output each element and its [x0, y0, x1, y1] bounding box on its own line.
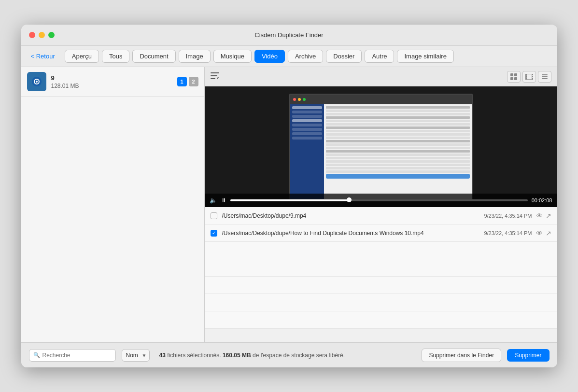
video-frame [289, 94, 473, 200]
toolbar: < Retour Aperçu Tous Document Image Musi… [21, 46, 557, 67]
file-date-1: 9/23/22, 4:35:14 PM [484, 213, 532, 219]
video-screen-body [290, 104, 472, 199]
reveal-icon-1[interactable]: ↗ [546, 212, 551, 220]
tab-document[interactable]: Document [132, 50, 175, 63]
volume-button[interactable]: 🔈 [210, 197, 217, 204]
table-row-empty-5 [205, 311, 557, 329]
svg-rect-17 [532, 77, 533, 78]
status-text: 43 fichiers sélectionnés. 160.05 MB de l… [159, 352, 416, 359]
badge-2: 2 [189, 77, 198, 86]
video-preview-area: 🔈 ⏸ 00:02:08 [205, 86, 557, 207]
vs-main [324, 104, 472, 199]
file-path-1: /Users/mac/Desktop/dupe/9.mp4 [222, 212, 479, 219]
svg-rect-9 [510, 77, 513, 80]
tab-archive[interactable]: Archive [288, 50, 323, 63]
titlebar: Cisdem Duplicate Finder [21, 25, 557, 46]
table-row-empty-1 [205, 242, 557, 259]
tab-video[interactable]: Vidéo [254, 50, 285, 63]
delete-button[interactable]: Supprimer [507, 349, 549, 362]
left-panel: 9 128.01 MB 1 2 [21, 67, 205, 342]
bottom-bar: 🔍 Nom ▼ 43 fichiers sélectionnés. 160.05… [21, 342, 557, 367]
traffic-lights [29, 32, 55, 38]
svg-point-2 [36, 81, 38, 83]
table-row-empty-3 [205, 277, 557, 294]
search-input[interactable] [42, 352, 112, 359]
svg-rect-5 [211, 78, 215, 79]
svg-rect-8 [514, 73, 517, 76]
search-box: 🔍 [29, 349, 116, 362]
tab-apercu[interactable]: Aperçu [65, 50, 99, 63]
fullscreen-button[interactable] [48, 32, 55, 38]
tab-tous[interactable]: Tous [102, 50, 129, 63]
delete-finder-button[interactable]: Supprimer dans le Finder [422, 349, 501, 362]
list-view-button[interactable] [538, 71, 551, 83]
storage-size: 160.05 MB [223, 352, 251, 359]
progress-bar[interactable] [230, 199, 528, 201]
vs-dot-yellow [298, 98, 301, 101]
file-actions-1: 👁 ↗ [536, 212, 551, 220]
file-info: 9 128.01 MB [51, 74, 172, 89]
svg-rect-4 [211, 75, 217, 76]
vs-dot-green [303, 98, 306, 101]
table-row[interactable]: ✓ /Users/mac/Desktop/dupe/How to Find Du… [205, 224, 557, 242]
status-text-part1: fichiers sélectionnés. [167, 352, 221, 359]
grid-view-button[interactable] [507, 71, 521, 83]
svg-rect-10 [514, 77, 517, 80]
tab-image[interactable]: Image [179, 50, 211, 63]
time-display: 00:02:08 [532, 197, 552, 203]
file-date-2: 9/23/22, 4:35:14 PM [484, 230, 532, 236]
table-row-empty-2 [205, 259, 557, 277]
preview-icon-1[interactable]: 👁 [536, 212, 543, 220]
file-type-icon [27, 72, 46, 91]
main-content: 9 128.01 MB 1 2 [21, 67, 557, 342]
file-list: /Users/mac/Desktop/dupe/9.mp4 9/23/22, 4… [205, 207, 557, 342]
svg-point-6 [217, 78, 219, 79]
status-count: 43 [159, 352, 166, 359]
file-size: 128.01 MB [51, 83, 172, 89]
vs-sidebar [290, 104, 324, 199]
progress-dot [347, 197, 352, 202]
video-screen-header [290, 95, 472, 104]
tab-dossier[interactable]: Dossier [326, 50, 362, 63]
main-window: Cisdem Duplicate Finder < Retour Aperçu … [21, 25, 557, 367]
play-pause-button[interactable]: ⏸ [221, 197, 226, 204]
sort-wrapper: Nom ▼ [122, 349, 150, 362]
video-controls: 🔈 ⏸ 00:02:08 [205, 194, 557, 207]
file-count: 9 [51, 74, 172, 82]
preview-icon-2[interactable]: 👁 [536, 229, 543, 237]
view-buttons [507, 71, 551, 83]
progress-fill [230, 199, 349, 201]
right-panel: 🔈 ⏸ 00:02:08 /Users/mac/Desktop/dupe/9 [205, 67, 557, 342]
svg-rect-3 [211, 72, 219, 73]
file-checkbox-1[interactable] [211, 212, 217, 219]
reveal-icon-2[interactable]: ↗ [546, 229, 551, 237]
table-row-empty-4 [205, 294, 557, 311]
table-row[interactable]: /Users/mac/Desktop/dupe/9.mp4 9/23/22, 4… [205, 207, 557, 224]
sort-select[interactable]: Nom [122, 349, 150, 362]
list-filter-icon[interactable] [211, 72, 219, 81]
close-button[interactable] [29, 32, 35, 38]
search-icon: 🔍 [33, 352, 40, 358]
svg-rect-16 [532, 75, 533, 76]
file-actions-2: 👁 ↗ [536, 229, 551, 237]
video-preview: 🔈 ⏸ 00:02:08 [205, 86, 557, 207]
file-checkbox-2[interactable]: ✓ [211, 230, 217, 237]
badge-1: 1 [177, 77, 187, 86]
file-path-2: /Users/mac/Desktop/dupe/How to Find Dupl… [222, 230, 479, 237]
tab-image-similaire[interactable]: Image similaire [397, 50, 453, 63]
file-group-item[interactable]: 9 128.01 MB 1 2 [21, 67, 204, 97]
tab-autre[interactable]: Autre [365, 50, 394, 63]
video-content [290, 95, 472, 199]
back-button[interactable]: < Retour [27, 50, 59, 62]
badge-group: 1 2 [177, 77, 198, 86]
svg-rect-15 [526, 77, 526, 78]
svg-rect-14 [526, 75, 526, 76]
minimize-button[interactable] [39, 32, 45, 38]
tab-musique[interactable]: Musique [213, 50, 252, 63]
filmstrip-view-button[interactable] [522, 71, 536, 83]
window-title: Cisdem Duplicate Finder [254, 31, 323, 39]
status-text-part2: de l'espace de stockage sera libéré. [253, 352, 345, 359]
svg-rect-7 [510, 73, 513, 76]
vs-dot-red [293, 98, 296, 101]
preview-toolbar [205, 67, 557, 86]
